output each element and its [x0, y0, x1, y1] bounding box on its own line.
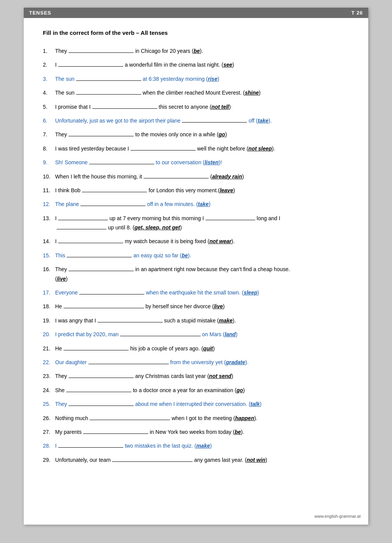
blank[interactable]: [76, 94, 141, 95]
list-item: 5. I promise that Ithis secret to anyone…: [43, 103, 349, 111]
verb: be: [194, 47, 200, 55]
verb: go: [219, 130, 225, 139]
blank[interactable]: [90, 420, 170, 420]
blank[interactable]: [57, 229, 106, 229]
blank[interactable]: [69, 406, 134, 406]
blank[interactable]: [69, 136, 134, 136]
blank[interactable]: [131, 150, 196, 150]
worksheet-page: TENSES T 26 Fill in the correct form of …: [24, 8, 368, 525]
verb: talk: [250, 400, 260, 408]
item-number: 3.: [43, 75, 55, 83]
blank[interactable]: [69, 378, 134, 378]
blank[interactable]: [79, 294, 144, 294]
blank[interactable]: [69, 52, 134, 53]
item-content: Unfortunately, just as we got to the air…: [55, 116, 349, 125]
list-item: 27. My parentsin New York two weeks from…: [43, 428, 349, 436]
blank[interactable]: [69, 271, 134, 271]
item-number: 6.: [43, 116, 55, 125]
item-number: 5.: [43, 103, 55, 111]
verb: take: [198, 200, 209, 208]
header-title: TENSES: [29, 10, 51, 16]
verb: rise: [208, 75, 217, 83]
blank[interactable]: [66, 392, 131, 392]
item-number: 17.: [43, 288, 55, 297]
blank[interactable]: [88, 364, 169, 364]
verb: live: [57, 276, 66, 282]
list-item: 7. Theyto the movies only once in a whil…: [43, 130, 349, 139]
list-item: 2. Ia wonderful film in the cinema last …: [43, 61, 349, 69]
list-item: 28. Itwo mistakes in the last quiz. (mak…: [43, 442, 349, 450]
list-item: 15. Thisan easy quiz so far (be).: [43, 251, 349, 260]
item-number: 23.: [43, 372, 55, 380]
list-item: 1. Theyin Chicago for 20 years (be).: [43, 47, 349, 55]
item-content: Sh! Someoneto our conversation (listen)!: [55, 158, 349, 167]
item-content: Sheto a doctor once a year for an examin…: [55, 386, 349, 394]
item-content: Our daughterfrom the university yet (gra…: [55, 358, 349, 366]
blank[interactable]: [206, 220, 255, 220]
list-item: 21. Hehis job a couple of years ago. (qu…: [43, 344, 349, 353]
verb: listen: [204, 158, 219, 167]
item-content: I was angry that Isuch a stupid mistake …: [55, 316, 349, 325]
item-number: 4.: [43, 88, 55, 97]
item-content: Nothing muchwhen I got to the meeting (h…: [55, 414, 349, 422]
item-content: Unfortunately, our teamany games last ye…: [55, 456, 349, 464]
blank[interactable]: [58, 447, 123, 448]
verb: not win: [247, 456, 265, 464]
blank[interactable]: [144, 178, 209, 178]
blank[interactable]: [82, 192, 147, 192]
item-content: I was tired yesterday because Iwell the …: [55, 144, 349, 153]
blank[interactable]: [182, 122, 247, 123]
verb: see: [223, 61, 232, 69]
list-item: 18. Heby herself since her divorce (live…: [43, 302, 349, 311]
list-item: 6. Unfortunately, just as we got to the …: [43, 116, 349, 125]
blank[interactable]: [64, 350, 129, 350]
blank[interactable]: [80, 206, 145, 206]
blank[interactable]: [83, 433, 148, 434]
list-item: 20. I predict that by 2020, manon Mars (…: [43, 330, 349, 339]
item-content: Theyin an apartment right now because th…: [55, 265, 349, 283]
item-number: 7.: [43, 130, 55, 139]
item-number: 13.: [43, 214, 55, 222]
blank[interactable]: [120, 336, 201, 336]
blank[interactable]: [92, 108, 157, 109]
item-content: Theyabout me when I interrupted their co…: [55, 400, 349, 408]
verb: make: [219, 316, 233, 325]
verb: land: [225, 330, 236, 339]
item-content: When I left the house this morning, it(a…: [55, 172, 349, 181]
exercise-list: 1. Theyin Chicago for 20 years (be). 2. …: [43, 47, 349, 464]
item-content: Itwo mistakes in the last quiz. (make): [55, 442, 349, 450]
blank[interactable]: [58, 66, 123, 67]
item-content: Heby herself since her divorce (live): [55, 302, 349, 311]
blank[interactable]: [64, 308, 144, 308]
blank[interactable]: [76, 80, 141, 81]
verb: shine: [245, 88, 259, 97]
verb: not wear: [209, 237, 232, 245]
footer-url: www.english-grammar.at: [315, 514, 361, 518]
item-number: 14.: [43, 237, 55, 245]
blank[interactable]: [58, 220, 108, 220]
list-item: 24. Sheto a doctor once a year for an ex…: [43, 386, 349, 394]
item-content: The planeoff in a few minutes. (take): [55, 200, 349, 208]
item-content: Theyin Chicago for 20 years (be).: [55, 47, 349, 55]
list-item: 17. Everyonewhen the earthquake hit the …: [43, 288, 349, 297]
list-item: 26. Nothing muchwhen I got to the meetin…: [43, 414, 349, 422]
item-number: 21.: [43, 344, 55, 353]
list-item: 23. Theyany Christmas cards last year (n…: [43, 372, 349, 380]
list-item: 14. Imy watch because it is being fixed …: [43, 237, 349, 245]
list-item: 25. Theyabout me when I interrupted thei…: [43, 400, 349, 408]
item-content: I promise that Ithis secret to anyone (n…: [55, 103, 349, 111]
header-code: T 26: [351, 10, 363, 16]
verb: quit: [203, 344, 213, 353]
verb: make: [196, 442, 210, 450]
blank[interactable]: [89, 164, 154, 164]
item-number: 24.: [43, 386, 55, 394]
blank[interactable]: [98, 322, 163, 322]
verb: gradate: [226, 358, 245, 366]
item-number: 22.: [43, 358, 55, 366]
item-content: Ia wonderful film in the cinema last nig…: [55, 61, 349, 69]
blank[interactable]: [112, 461, 193, 462]
item-content: I think Bobfor London this very moment.(…: [55, 186, 349, 195]
blank[interactable]: [58, 243, 123, 243]
page-title: Fill in the correct form of the verb – A…: [43, 29, 349, 36]
blank[interactable]: [67, 257, 132, 257]
